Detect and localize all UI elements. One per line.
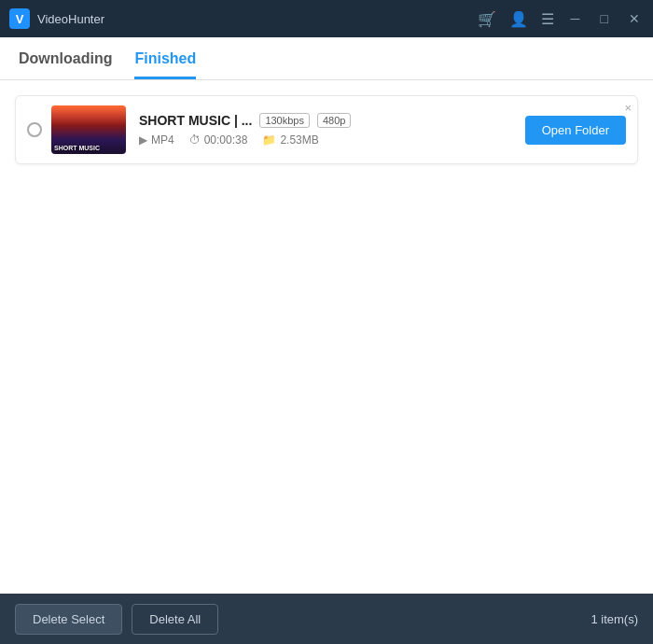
bottom-bar: Delete Select Delete All 1 item(s): [0, 594, 653, 644]
file-info: SHORT MUSIC | ... 130kbps 480p ▶ MP4 ⏱ 0…: [139, 113, 510, 147]
tab-bar: Downloading Finished: [0, 37, 653, 80]
title-bar-controls: 🛒 👤 ☰ ─ □ ✕: [478, 9, 644, 28]
minimize-button[interactable]: ─: [567, 9, 584, 28]
file-thumbnail: SHORT MUSIC: [51, 105, 126, 154]
close-item-button[interactable]: ×: [624, 102, 632, 114]
open-folder-button[interactable]: Open Folder: [525, 116, 626, 145]
file-size: 2.53MB: [280, 133, 318, 147]
resolution-badge: 480p: [317, 113, 351, 128]
user-icon[interactable]: 👤: [509, 10, 528, 28]
format-meta: ▶ MP4: [139, 133, 174, 147]
file-format: MP4: [151, 133, 174, 147]
play-icon: ▶: [139, 133, 147, 147]
menu-icon[interactable]: ☰: [541, 10, 554, 28]
app-icon: V: [9, 8, 30, 29]
tab-finished[interactable]: Finished: [134, 50, 196, 79]
select-radio[interactable]: [27, 122, 42, 137]
cart-icon[interactable]: 🛒: [478, 10, 496, 28]
content-area: SHORT MUSIC SHORT MUSIC | ... 130kbps 48…: [0, 80, 653, 594]
folder-icon: 📁: [262, 133, 276, 147]
main-area: Downloading Finished SHORT MUSIC SHORT M…: [0, 37, 653, 594]
size-meta: 📁 2.53MB: [262, 133, 318, 147]
thumb-overlay: [51, 105, 126, 125]
maximize-button[interactable]: □: [597, 9, 612, 28]
title-bar: V VideoHunter 🛒 👤 ☰ ─ □ ✕: [0, 0, 653, 37]
file-name: SHORT MUSIC | ...: [139, 113, 252, 128]
app-title: VideoHunter: [37, 12, 104, 26]
item-count: 1 item(s): [590, 612, 638, 626]
tab-downloading[interactable]: Downloading: [19, 50, 112, 79]
thumbnail-label: SHORT MUSIC: [51, 143, 103, 154]
clock-icon: ⏱: [189, 133, 201, 147]
file-name-row: SHORT MUSIC | ... 130kbps 480p: [139, 113, 510, 128]
file-duration: 00:00:38: [204, 133, 248, 147]
file-item-card: SHORT MUSIC SHORT MUSIC | ... 130kbps 48…: [15, 95, 638, 164]
duration-meta: ⏱ 00:00:38: [189, 133, 248, 147]
file-meta-row: ▶ MP4 ⏱ 00:00:38 📁 2.53MB: [139, 133, 510, 147]
bitrate-badge: 130kbps: [259, 113, 310, 128]
delete-select-button[interactable]: Delete Select: [15, 604, 122, 635]
title-bar-left: V VideoHunter: [9, 8, 104, 29]
delete-all-button[interactable]: Delete All: [132, 604, 218, 635]
close-window-button[interactable]: ✕: [625, 9, 644, 28]
